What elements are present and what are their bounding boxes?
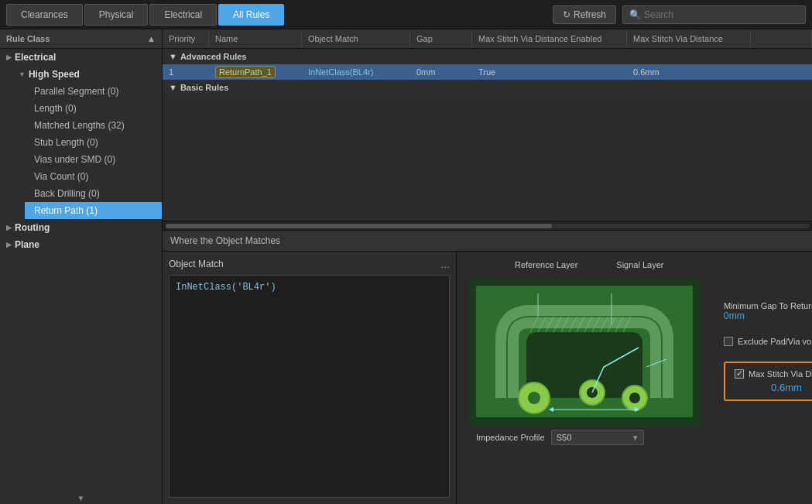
tab-electrical[interactable]: Electrical (149, 4, 217, 26)
max-stitch-checkbox[interactable] (735, 369, 744, 379)
search-box: 🔍 (622, 5, 806, 24)
sidebar-header: Rule Class ▲ (0, 29, 162, 49)
sidebar-item-back-drilling[interactable]: Back Drilling (0) (25, 185, 162, 202)
detail-content: Object Match ... InNetClass('BL4r') Refe… (163, 252, 812, 504)
panel-menu-button[interactable]: ... (440, 258, 450, 270)
group-arrow-basic: ▼ (169, 83, 177, 92)
signal-layer-label: Signal Layer (616, 259, 663, 270)
cell-match: InNetClass(BL4r) (302, 64, 410, 80)
name-chip: ReturnPath_1 (215, 66, 276, 78)
sidebar-item-routing[interactable]: ▶ Routing (0, 219, 162, 236)
reference-layer-label: Reference Layer (515, 259, 577, 270)
impedance-row: Impedance Profile S50 S100 D100 ▼ (476, 430, 644, 445)
scroll-thumb (166, 224, 552, 228)
search-input[interactable] (644, 9, 799, 20)
impedance-select[interactable]: S50 S100 D100 (551, 430, 644, 445)
svg-point-20 (629, 393, 640, 403)
sidebar-item-plane[interactable]: ▶ Plane (0, 236, 162, 253)
search-icon: 🔍 (629, 9, 641, 20)
impedance-label: Impedance Profile (476, 433, 545, 442)
pcb-svg (468, 278, 701, 425)
sidebar-item-via-count[interactable]: Via Count (0) (25, 168, 162, 185)
top-tab-bar: Clearances Physical Electrical All Rules… (0, 0, 812, 29)
arrow-routing: ▶ (6, 224, 12, 231)
max-stitch-row: Max Stitch Via Distance (735, 369, 812, 379)
sidebar-item-parallel-segment[interactable]: Parallel Segment (0) (25, 83, 162, 100)
impedance-select-wrapper: S50 S100 D100 ▼ (551, 430, 644, 445)
sidebar-item-high-speed[interactable]: ▼ High Speed (12, 66, 162, 83)
group-advanced-rules[interactable]: ▼ Advanced Rules (163, 49, 812, 64)
refresh-icon: ↻ (563, 9, 570, 20)
cell-distance: 0.6mm (627, 64, 751, 80)
col-distance: Max Stitch Via Distance (627, 29, 751, 48)
col-priority: Priority (163, 29, 209, 48)
panel-title: Object Match (169, 259, 224, 269)
col-gap: Gap (410, 29, 472, 48)
sidebar-item-return-path[interactable]: Return Path (1) (25, 202, 162, 219)
max-stitch-label: Max Stitch Via Distance (749, 369, 812, 379)
object-match-panel: Object Match ... InNetClass('BL4r') (163, 252, 457, 504)
group-arrow-advanced: ▼ (169, 52, 177, 61)
right-controls: Minimum Gap To Return Path 0mm Exclude P… (724, 278, 812, 401)
max-stitch-box: Max Stitch Via Distance 0.6mm (724, 362, 812, 401)
exclude-label: Exclude Pad/Via voids (738, 337, 812, 346)
group-basic-rules[interactable]: ▼ Basic Rules (163, 80, 812, 95)
scroll-track (166, 224, 809, 228)
code-box[interactable]: InNetClass('BL4r') (169, 275, 450, 498)
main-layout: Rule Class ▲ ▶ Electrical ▼ High Speed P… (0, 29, 812, 504)
tab-all-rules[interactable]: All Rules (218, 4, 284, 26)
cell-name: ReturnPath_1 (209, 64, 302, 80)
content-area: Priority Name Object Match Gap Max Stitc… (163, 29, 812, 504)
arrow-electrical: ▶ (6, 53, 12, 61)
exclude-checkbox-row[interactable]: Exclude Pad/Via voids (724, 337, 812, 346)
table-body: ▼ Advanced Rules 1 ReturnPath_1 InNetCla… (163, 49, 812, 221)
viz-labels-row: Reference Layer Signal Layer (515, 259, 663, 270)
exclude-checkbox[interactable] (724, 337, 733, 346)
where-header: Where the Object Matches (163, 231, 812, 252)
refresh-button[interactable]: ↻ Refresh (553, 5, 616, 24)
horizontal-scrollbar[interactable] (163, 221, 812, 230)
min-gap-label: Minimum Gap To Return Path (724, 301, 812, 310)
scroll-down-arrow[interactable]: ▼ (0, 492, 162, 504)
cell-enabled: True (472, 64, 627, 80)
scroll-up-arrow[interactable]: ▲ (147, 34, 156, 43)
table-row[interactable]: 1 ReturnPath_1 InNetClass(BL4r) 0mm True… (163, 64, 812, 80)
col-rest (751, 29, 812, 48)
table-header: Priority Name Object Match Gap Max Stitc… (163, 29, 812, 49)
sidebar-item-stub-length[interactable]: Stub Length (0) (25, 134, 162, 151)
viz-main-row: Impedance Profile S50 S100 D100 ▼ (468, 278, 800, 445)
cell-gap: 0mm (410, 64, 472, 80)
sidebar: Rule Class ▲ ▶ Electrical ▼ High Speed P… (0, 29, 163, 504)
arrow-high-speed: ▼ (19, 70, 26, 78)
tab-clearances[interactable]: Clearances (6, 4, 83, 26)
detail-area: Where the Object Matches Object Match ..… (163, 231, 812, 504)
panel-header: Object Match ... (169, 258, 450, 270)
col-match: Object Match (302, 29, 410, 48)
rules-table-area: Priority Name Object Match Gap Max Stitc… (163, 29, 812, 231)
tab-physical[interactable]: Physical (84, 4, 149, 26)
col-name: Name (209, 29, 302, 48)
sidebar-item-vias-under-smd[interactable]: Vias under SMD (0) (25, 151, 162, 168)
pcb-diagram: Impedance Profile S50 S100 D100 ▼ (468, 278, 701, 445)
sidebar-content: ▶ Electrical ▼ High Speed Parallel Segme… (0, 49, 162, 492)
sidebar-item-length[interactable]: Length (0) (25, 100, 162, 117)
svg-point-16 (528, 392, 540, 404)
viz-panel: Reference Layer Signal Layer (457, 252, 812, 504)
min-gap-value[interactable]: 0mm (724, 310, 812, 321)
max-stitch-value[interactable]: 0.6mm (771, 382, 802, 393)
sidebar-item-matched-lengths[interactable]: Matched Lengths (32) (25, 117, 162, 134)
min-gap-control: Minimum Gap To Return Path 0mm (724, 301, 812, 321)
arrow-plane: ▶ (6, 241, 12, 249)
sidebar-item-electrical[interactable]: ▶ Electrical (0, 49, 162, 66)
cell-priority: 1 (163, 64, 209, 80)
toolbar-right: ↻ Refresh 🔍 (553, 5, 806, 24)
col-enabled: Max Stitch Via Distance Enabled (472, 29, 627, 48)
